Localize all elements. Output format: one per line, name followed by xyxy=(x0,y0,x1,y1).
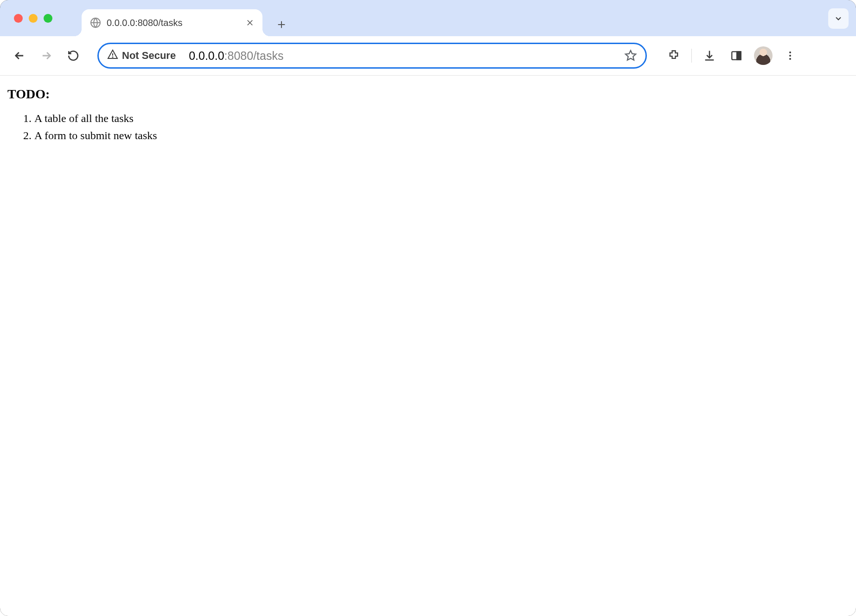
close-tab-button[interactable] xyxy=(246,19,254,27)
svg-point-1 xyxy=(112,57,113,57)
page-content: TODO: A table of all the tasks A form to… xyxy=(0,76,856,152)
menu-button[interactable] xyxy=(781,46,799,65)
url-path: :8080/tasks xyxy=(224,49,284,62)
bookmark-button[interactable] xyxy=(624,49,637,62)
not-secure-label: Not Secure xyxy=(122,50,176,62)
security-indicator[interactable]: Not Secure xyxy=(107,49,176,63)
page-heading: TODO: xyxy=(7,87,849,102)
globe-icon xyxy=(90,17,101,28)
tab-strip: 0.0.0.0:8080/tasks xyxy=(0,0,856,36)
svg-rect-3 xyxy=(737,51,741,59)
url-host: 0.0.0.0 xyxy=(189,49,224,62)
svg-point-6 xyxy=(789,58,791,60)
profile-avatar[interactable] xyxy=(754,46,773,65)
toolbar-separator xyxy=(691,49,692,63)
extensions-button[interactable] xyxy=(664,46,683,65)
reload-button[interactable] xyxy=(62,45,84,67)
toolbar-right xyxy=(664,46,799,65)
tab-title: 0.0.0.0:8080/tasks xyxy=(107,18,240,28)
back-button[interactable] xyxy=(8,45,31,67)
svg-point-4 xyxy=(789,51,791,53)
todo-list: A table of all the tasks A form to submi… xyxy=(34,110,849,144)
window-minimize-button[interactable] xyxy=(29,14,38,23)
svg-point-5 xyxy=(789,55,791,57)
address-bar[interactable]: Not Secure 0.0.0.0:8080/tasks xyxy=(97,43,647,69)
url-text: 0.0.0.0:8080/tasks xyxy=(189,49,283,63)
forward-button[interactable] xyxy=(35,45,57,67)
browser-toolbar: Not Secure 0.0.0.0:8080/tasks xyxy=(0,36,856,76)
list-item: A form to submit new tasks xyxy=(34,127,849,144)
list-item: A table of all the tasks xyxy=(34,110,849,127)
tabs-dropdown-button[interactable] xyxy=(828,8,849,29)
window-close-button[interactable] xyxy=(14,14,23,23)
browser-tab[interactable]: 0.0.0.0:8080/tasks xyxy=(82,9,262,36)
window-fullscreen-button[interactable] xyxy=(44,14,52,23)
new-tab-button[interactable] xyxy=(276,19,287,30)
downloads-button[interactable] xyxy=(700,46,719,65)
side-panel-button[interactable] xyxy=(727,46,746,65)
warning-icon xyxy=(107,49,118,63)
window-traffic-lights xyxy=(14,14,52,23)
